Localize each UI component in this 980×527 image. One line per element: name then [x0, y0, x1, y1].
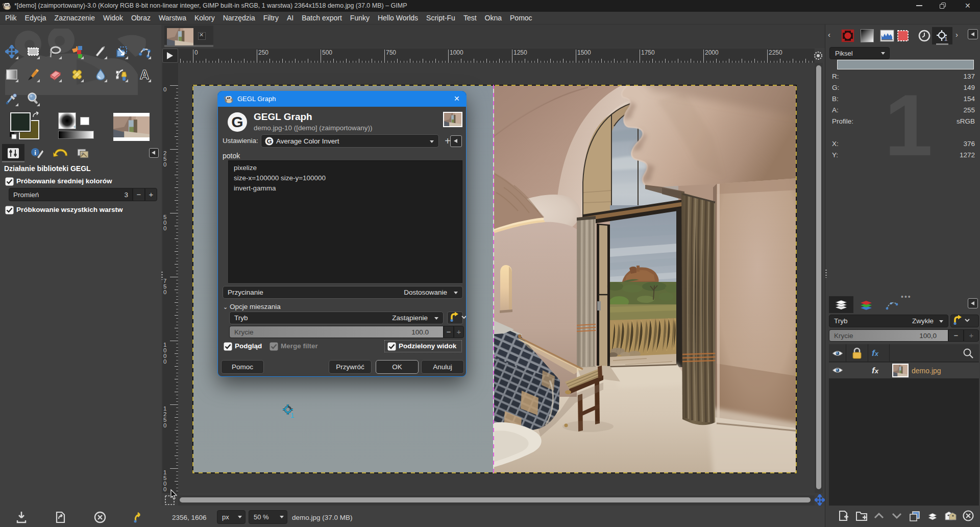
svg-text:G: G — [231, 113, 243, 130]
svg-text:1: 1 — [944, 36, 947, 42]
svg-text:G: G — [266, 137, 272, 145]
svg-text:i: i — [34, 149, 36, 156]
svg-text:1: 1 — [290, 412, 294, 419]
